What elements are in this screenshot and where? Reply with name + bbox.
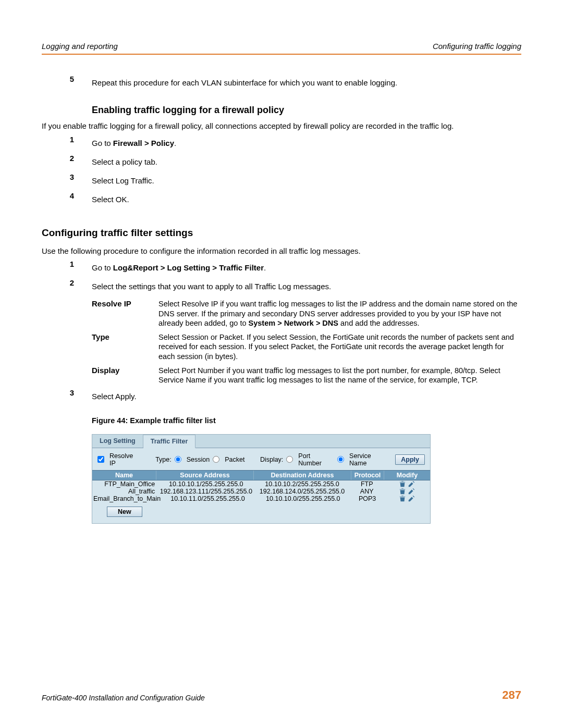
display-port-radio[interactable]	[286, 456, 293, 463]
running-head-right: Configuring traffic logging	[433, 42, 521, 51]
tab-log-setting[interactable]: Log Setting	[92, 435, 143, 448]
policy-step-1: 1 Go to Firewall > Policy.	[42, 135, 521, 152]
running-heads: Logging and reporting Configuring traffi…	[42, 42, 521, 55]
step-text: Go to Log&Report > Log Setting > Traffic…	[92, 263, 521, 273]
step-number: 4	[42, 191, 92, 208]
cell-name: FTP_Main_Office	[92, 480, 158, 488]
step-text: Select Log Traffic.	[92, 176, 521, 186]
cell-destination: 10.10.10.2/255.255.255.0	[254, 480, 350, 488]
trash-icon[interactable]	[399, 488, 406, 495]
cell-destination: 192.168.124.0/255.255.255.0	[254, 488, 350, 495]
def-type: Type Select Session or Packet. If you se…	[92, 332, 521, 362]
col-destination: Destination Address	[254, 471, 351, 480]
col-source: Source Address	[156, 471, 254, 480]
trash-icon[interactable]	[399, 480, 406, 488]
step-text: Select OK.	[92, 194, 521, 205]
new-button[interactable]: New	[107, 507, 142, 517]
running-head-left: Logging and reporting	[42, 42, 118, 51]
step-number: 1	[42, 135, 92, 152]
apply-button[interactable]: Apply	[395, 454, 425, 465]
cell-destination: 10.10.10.0/255.255.255.0	[255, 495, 351, 502]
def-resolve-ip: Resolve IP Select Resolve IP if you want…	[92, 299, 521, 328]
cell-protocol: POP3	[351, 495, 384, 502]
filter-heading: Configuring traffic filter settings	[42, 227, 521, 239]
display-port-label: Port Number	[298, 452, 334, 467]
step-number: 2	[42, 278, 92, 295]
display-service-radio[interactable]	[337, 456, 344, 463]
display-service-label: Service Name	[349, 452, 389, 467]
step-number: 2	[42, 154, 92, 170]
step-number: 5	[42, 75, 92, 91]
table-row: FTP_Main_Office10.10.10.1/255.255.255.01…	[92, 480, 430, 488]
edit-icon[interactable]	[408, 480, 415, 488]
policy-step-4: 4 Select OK.	[42, 191, 521, 208]
col-modify: Modify	[384, 471, 430, 480]
cell-protocol: ANY	[350, 488, 384, 495]
cell-name: Email_Branch_to_Main	[92, 495, 160, 502]
traffic-filter-screenshot: Log Setting Traffic Filter Resolve IP Ty…	[92, 434, 431, 524]
filter-intro: Use the following procedure to configure…	[42, 246, 521, 256]
step-text: Repeat this procedure for each VLAN subi…	[92, 78, 521, 88]
cell-source: 10.10.10.1/255.255.255.0	[158, 480, 254, 488]
type-packet-radio[interactable]	[213, 456, 219, 463]
cell-protocol: FTP	[350, 480, 384, 488]
edit-icon[interactable]	[408, 488, 415, 495]
tab-bar: Log Setting Traffic Filter	[92, 435, 430, 448]
footer-title: FortiGate-400 Installation and Configura…	[42, 694, 205, 702]
type-label: Type:	[155, 456, 172, 463]
edit-icon[interactable]	[408, 495, 415, 502]
table-header: Name Source Address Destination Address …	[92, 470, 430, 480]
step-text: Go to Firewall > Policy.	[92, 138, 521, 149]
filter-step-3: 3 Select Apply.	[42, 388, 521, 405]
policy-step-2: 2 Select a policy tab.	[42, 154, 521, 170]
step-text: Select Apply.	[92, 391, 521, 402]
page-number: 287	[502, 688, 521, 702]
def-display: Display Select Port Number if you want t…	[92, 366, 521, 385]
step-number: 3	[42, 172, 92, 189]
filter-step-1: 1 Go to Log&Report > Log Setting > Traff…	[42, 260, 521, 276]
resolve-ip-checkbox[interactable]	[97, 456, 104, 463]
step-number: 3	[42, 388, 92, 405]
table-row: All_traffic192.168.123.111/255.255.255.0…	[92, 488, 430, 495]
trash-icon[interactable]	[399, 495, 406, 502]
definitions: Resolve IP Select Resolve IP if you want…	[92, 299, 521, 385]
step-text: Select a policy tab.	[92, 157, 521, 167]
type-packet-label: Packet	[225, 456, 244, 463]
policy-intro: If you enable traffic logging for a fire…	[42, 121, 521, 131]
col-protocol: Protocol	[351, 471, 384, 480]
resolve-ip-label: Resolve IP	[109, 452, 140, 467]
table-row: Email_Branch_to_Main10.10.11.0/255.255.2…	[92, 495, 430, 502]
figure-caption: Figure 44: Example traffic filter list	[92, 416, 521, 425]
step-5: 5 Repeat this procedure for each VLAN su…	[42, 75, 521, 91]
step-number: 1	[42, 260, 92, 276]
tab-traffic-filter[interactable]: Traffic Filter	[143, 435, 196, 448]
type-session-label: Session	[187, 456, 210, 463]
display-label: Display:	[260, 456, 283, 463]
cell-source: 10.10.11.0/255.255.255.0	[160, 495, 255, 502]
policy-heading: Enabling traffic logging for a firewall …	[92, 105, 521, 116]
type-session-radio[interactable]	[175, 456, 181, 463]
col-name: Name	[92, 471, 156, 480]
cell-source: 192.168.123.111/255.255.255.0	[158, 488, 254, 495]
step-text: Select the settings that you want to app…	[92, 281, 521, 292]
filter-step-2: 2 Select the settings that you want to a…	[42, 278, 521, 295]
filter-controls: Resolve IP Type: Session Packet Display:…	[92, 448, 430, 470]
policy-step-3: 3 Select Log Traffic.	[42, 172, 521, 189]
cell-name: All_traffic	[92, 488, 158, 495]
page-footer: FortiGate-400 Installation and Configura…	[42, 688, 521, 702]
